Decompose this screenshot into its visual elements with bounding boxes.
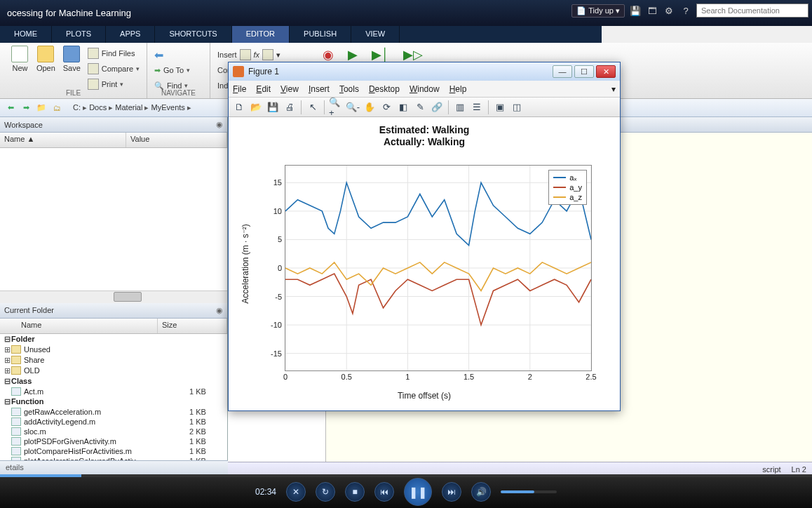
run-button[interactable]: ▶ xyxy=(348,47,358,62)
new-fig-icon[interactable]: 🗋 xyxy=(231,100,247,115)
tab-editor[interactable]: EDITOR xyxy=(232,26,290,43)
menu-edit[interactable]: Edit xyxy=(256,84,271,94)
shuffle-button[interactable]: ✕ xyxy=(286,482,306,502)
window-titlebar: ocessing for Machine Learning HOMEPLOTSA… xyxy=(0,0,812,26)
zoom-out-icon[interactable]: 🔍- xyxy=(345,100,360,115)
colorbar-icon[interactable]: ▥ xyxy=(452,100,468,115)
menu-window[interactable]: Window xyxy=(410,84,440,94)
layout-icon[interactable]: 🗔 xyxy=(646,4,658,17)
nav-back-button[interactable]: ⬅ xyxy=(154,47,203,62)
prefs-icon[interactable]: ⚙ xyxy=(663,4,675,17)
menu-view[interactable]: View xyxy=(280,84,299,94)
list-item[interactable]: ⊞OLD xyxy=(0,366,227,376)
figure-toolbar: 🗋 📂 💾 🖨 ↖ 🔍+ 🔍- ✋ ⟳ ◧ ✎ 🔗 ▥ ☰ ▣ ◫ xyxy=(229,98,620,117)
folder-gear-icon[interactable]: ◉ xyxy=(216,306,223,315)
open-fig-icon[interactable]: 📂 xyxy=(248,100,264,115)
rotate-icon[interactable]: ⟳ xyxy=(379,100,394,115)
breakpoint-icon[interactable]: ◉ xyxy=(323,47,334,62)
pan-icon[interactable]: ✋ xyxy=(362,100,377,115)
list-item[interactable]: ⊞Unused xyxy=(0,345,227,355)
chart-title: Estimated: Walking Actually: Walking xyxy=(236,124,613,148)
link-icon[interactable]: 🔗 xyxy=(429,100,445,115)
compare-button[interactable]: Compare xyxy=(88,61,140,76)
tab-apps[interactable]: APPS xyxy=(106,26,155,43)
up-icon[interactable]: 📁 xyxy=(35,102,48,114)
dock-icon[interactable]: ▣ xyxy=(492,100,508,115)
brush-icon[interactable]: ✎ xyxy=(412,100,428,115)
figure-titlebar[interactable]: Figure 1 — ☐ ✕ xyxy=(229,62,620,81)
tab-home[interactable]: HOME xyxy=(0,26,52,43)
tidy-up-button[interactable]: 📄 Tidy up ▾ xyxy=(571,4,625,18)
fwd-icon[interactable]: ➡ xyxy=(20,102,32,114)
browse-icon[interactable]: 🗂 xyxy=(50,102,63,114)
play-pause-button[interactable]: ❚❚ xyxy=(404,478,432,506)
tab-view[interactable]: VIEW xyxy=(351,26,400,43)
list-item[interactable]: ⊞Share xyxy=(0,355,227,366)
stop-button[interactable]: ■ xyxy=(345,482,365,502)
folder-group[interactable]: ⊟Class xyxy=(0,376,227,387)
repeat-button[interactable]: ↻ xyxy=(316,482,335,502)
pointer-icon[interactable]: ↖ xyxy=(305,100,320,115)
menu-tools[interactable]: Tools xyxy=(339,84,359,94)
list-item[interactable]: sloc.m2 KB xyxy=(0,427,227,436)
help-icon[interactable]: ? xyxy=(679,4,692,17)
insert-row[interactable]: Insert fx ▾ xyxy=(217,47,805,62)
tab-plots[interactable]: PLOTS xyxy=(52,26,106,43)
menu-insert[interactable]: Insert xyxy=(309,84,330,94)
workspace-scrollbar[interactable] xyxy=(0,290,227,303)
save-button[interactable]: Save xyxy=(59,46,85,92)
window-title: ocessing for Machine Learning xyxy=(7,8,131,18)
undock-icon[interactable]: ◫ xyxy=(509,100,525,115)
mute-button[interactable]: 🔊 xyxy=(471,482,491,502)
goto-button[interactable]: ➡Go To xyxy=(154,62,203,78)
folder-list: ⊟Folder⊞Unused⊞Share⊞OLD⊟ClassAct.m1 KB⊟… xyxy=(0,334,227,476)
figure-menubar: FileEditViewInsertToolsDesktopWindowHelp… xyxy=(229,81,620,98)
folder-columns: Name Size xyxy=(0,319,227,334)
ribbon-tabs: HOMEPLOTSAPPSSHORTCUTSEDITORPUBLISHVIEW xyxy=(0,26,602,43)
volume-slider[interactable] xyxy=(501,490,557,493)
breadcrumb[interactable]: C:DocsMaterialMyEvents xyxy=(73,103,191,112)
menu-desktop[interactable]: Desktop xyxy=(369,84,400,94)
x-axis-label: Time offset (s) xyxy=(236,391,613,401)
workspace-gear-icon[interactable]: ◉ xyxy=(216,120,223,129)
zoom-in-icon[interactable]: 🔍+ xyxy=(328,100,344,115)
folder-group[interactable]: ⊟Folder xyxy=(0,334,227,345)
figure-window: Figure 1 — ☐ ✕ FileEditViewInsertToolsDe… xyxy=(228,62,621,411)
workspace-columns: Name ▲ Value xyxy=(0,133,227,148)
search-documentation-input[interactable] xyxy=(696,4,808,18)
save-layout-icon[interactable]: 💾 xyxy=(629,4,642,17)
status-line: Ln 2 xyxy=(792,465,806,474)
tab-publish[interactable]: PUBLISH xyxy=(290,26,351,43)
run-advance-button[interactable]: ▶│ xyxy=(372,47,389,62)
datatip-icon[interactable]: ◧ xyxy=(395,100,411,115)
close-button[interactable]: ✕ xyxy=(596,65,616,78)
details-panel: etails xyxy=(0,460,228,476)
save-fig-icon[interactable]: 💾 xyxy=(265,100,280,115)
list-item[interactable]: getRawAcceleration.m1 KB xyxy=(0,407,227,417)
legend-icon[interactable]: ☰ xyxy=(469,100,485,115)
find-files-button[interactable]: Find Files xyxy=(88,46,140,61)
list-item[interactable]: plotPSDForGivenActivity.m1 KB xyxy=(0,436,227,446)
minimize-button[interactable]: — xyxy=(553,65,572,78)
y-axis-label: Acceleration (m · s⁻²) xyxy=(241,224,250,303)
tab-shortcuts[interactable]: SHORTCUTS xyxy=(155,26,231,43)
list-item[interactable]: Act.m1 KB xyxy=(0,387,227,396)
open-button[interactable]: Open xyxy=(33,46,59,92)
media-time: 02:34 xyxy=(255,487,276,497)
folder-group[interactable]: ⊟Function xyxy=(0,396,227,407)
menu-help[interactable]: Help xyxy=(449,84,467,94)
run-section-button[interactable]: ▶▷ xyxy=(403,47,423,62)
chart-legend: aₓa_ya_z xyxy=(548,170,587,205)
chart-axes: aₓa_ya_z -15-10-505101500.511.522.5 xyxy=(285,165,592,371)
print-fig-icon[interactable]: 🖨 xyxy=(282,100,297,115)
list-item[interactable]: plotCompareHistForActivities.m1 KB xyxy=(0,446,227,456)
menu-file[interactable]: File xyxy=(233,84,246,94)
maximize-button[interactable]: ☐ xyxy=(574,65,594,78)
back-icon[interactable]: ⬅ xyxy=(4,102,17,114)
list-item[interactable]: addActivityLegend.m1 KB xyxy=(0,417,227,427)
next-button[interactable]: ⏭ xyxy=(442,482,461,502)
new-button[interactable]: New xyxy=(7,46,33,92)
figure-title: Figure 1 xyxy=(248,67,279,76)
status-mode: script xyxy=(762,465,780,474)
prev-button[interactable]: ⏮ xyxy=(374,482,394,502)
